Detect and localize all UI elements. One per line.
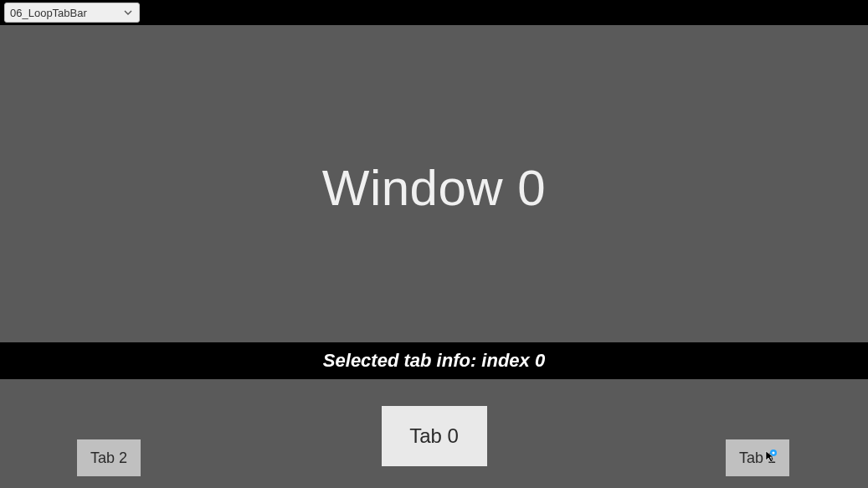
demo-selector-value: 06_LoopTabBar [10,7,87,19]
loop-tab-bar: Tab 2 Tab 0 Tab 1 [0,378,868,488]
selected-tab-status-text: Selected tab info: index 0 [323,350,545,372]
demo-selector-dropdown[interactable]: 06_LoopTabBar [4,3,140,23]
tab-label: Tab 1 [739,449,776,467]
tab-label: Tab 2 [90,449,127,467]
top-menubar: 06_LoopTabBar [0,0,868,25]
chevron-down-icon [124,8,132,17]
window-title: Window 0 [0,159,868,217]
tab-center-selected[interactable]: Tab 0 [382,406,487,466]
tab-label: Tab 0 [409,424,459,448]
selected-tab-status: Selected tab info: index 0 [0,342,868,379]
tab-left[interactable]: Tab 2 [77,439,141,476]
tab-right[interactable]: Tab 1 [726,439,789,476]
content-area: Window 0 Selected tab info: index 0 Tab … [0,25,868,488]
